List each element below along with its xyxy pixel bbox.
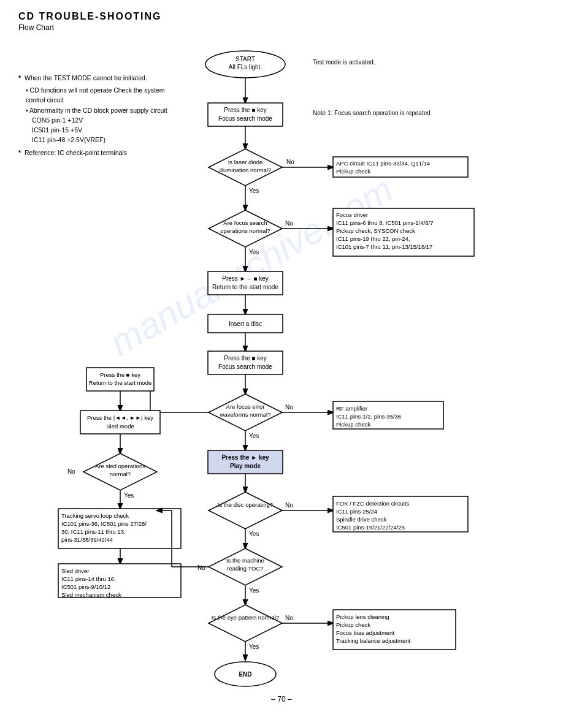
toc-t1: Is the machine	[226, 557, 264, 564]
toc-yes-label: Yes	[249, 587, 259, 594]
pickup-t4: Tracking balance adjustment	[336, 637, 410, 644]
pickup-t3: Focus bias adjustment	[336, 629, 394, 636]
start-text2: All FLs light.	[229, 64, 262, 70]
press-return-left-t2: Return to the start mode	[89, 379, 151, 386]
page-subtitle: Flow Chart	[18, 23, 162, 32]
sled-driver-t4: Sled mechanism check	[61, 591, 121, 598]
laser-text1: Is laser diode	[228, 159, 263, 165]
rf-amp-t1: RF amplifier	[336, 405, 367, 412]
disc-op-diamond	[209, 492, 282, 529]
press-focus-text1: Press the ■ key	[224, 107, 266, 113]
toc-no-label: No	[197, 564, 205, 571]
test-mode-text: Test mode is activated.	[313, 59, 375, 66]
press-return-t2: Return to the start mode	[212, 284, 278, 290]
laser-no-label: No	[286, 159, 294, 165]
page-title: CD TROUBLE-SHOOTING	[18, 11, 162, 22]
pickup-t2: Pickup check	[336, 621, 370, 628]
focussearch-yes-label: Yes	[249, 249, 259, 256]
focussearch-no-label: No	[285, 220, 293, 227]
tracking-t2: IC101 pins-36, IC501 pins 27/28/	[61, 520, 147, 527]
fok-t1: FOK / FZC detection circuits	[336, 500, 410, 507]
toc-t2: reading TOC?	[227, 565, 263, 572]
focuserr-yes-label: Yes	[249, 433, 259, 439]
press-play-t2: Play mode	[230, 463, 261, 469]
focus-driver-t2: IC11 pins-6 thru 8, IC501 pins-1/4/6/7	[336, 219, 433, 226]
disc-op-t1: Is the disc operating?	[218, 501, 273, 508]
rf-amp-t2: IC11 pins-1/2, pins-35/36	[336, 413, 401, 420]
focus-search-text1: Are focus search	[223, 219, 267, 226]
laser-text2: illumination normal?	[220, 167, 271, 173]
focus-search-text2: operations normal?	[220, 227, 270, 234]
focuserr-no-label: No	[285, 404, 293, 411]
title-area: CD TROUBLE-SHOOTING Flow Chart	[18, 11, 162, 32]
focus-driver-t1: Focus driver	[336, 211, 368, 218]
eye-yes-label: Yes	[249, 643, 259, 650]
insert-disc-text: Insert a disc	[229, 320, 262, 327]
tracking-t3: 30, IC11 pins-11 thru 13,	[61, 528, 126, 535]
apc-text1: APC circuit IC11 pins-33/34, Q11/14	[336, 160, 430, 167]
fok-t2: IC11 pins-25/24	[336, 508, 377, 515]
sled-driver-t1: Sled driver	[61, 567, 89, 574]
press-focus2-t1: Press the ■ key	[224, 355, 266, 362]
eye-t1: Is the eye pattern normal?	[212, 614, 279, 621]
press-focus2-t2: Focus search mode	[218, 363, 272, 370]
sled-driver-t3: IC501 pins-9/10/12	[61, 583, 110, 590]
eye-diamond	[209, 605, 282, 642]
discop-yes-label: Yes	[249, 531, 259, 537]
note1-text: Note 1: Focus search operation is repeat…	[313, 110, 431, 116]
sled-driver-t2: IC11 pins-14 thru 16,	[61, 575, 116, 582]
press-sled-t1: Press the |◄◄, ►►| key	[87, 414, 153, 421]
press-sled-t2: Sled mode	[106, 423, 134, 430]
tracking-t4: pins-31/38/39/42/44	[61, 536, 113, 543]
fok-t3: Spindle drive check	[336, 516, 387, 523]
press-play-t1: Press the ► key	[221, 454, 269, 461]
sled-ops-t1: Are sled operations	[95, 463, 145, 469]
focus-driver-t5: IC101 pins-7 thru 11, pin-13/15/16/17	[336, 243, 432, 250]
laser-yes-label: Yes	[249, 188, 259, 194]
press-focus-text2: Focus search mode	[218, 115, 272, 122]
pickup-t1: Pickup lens cleaning	[336, 613, 389, 620]
focus-driver-t3: Pickup check, SYSCON check	[336, 227, 415, 234]
eye-no-label: No	[285, 615, 293, 621]
sled-ops-t2: normal?	[110, 471, 131, 477]
flowchart: START All FLs light. Test mode is activa…	[0, 37, 563, 711]
rf-amp-t3: Pickup check	[336, 421, 370, 428]
start-text: START	[236, 56, 255, 63]
end-text: END	[239, 671, 251, 678]
discop-no-label: No	[285, 502, 293, 509]
press-return-t1: Press ►→ ■ key	[222, 275, 268, 282]
apc-text2: Pickup check	[336, 168, 370, 175]
fok-t4: IC501 pins-19/21/22/24/25	[336, 524, 405, 531]
focus-error-t2: waveforms normal?	[220, 411, 271, 418]
sled-yes-label: Yes	[124, 492, 134, 499]
page-number-text: – 70 –	[271, 695, 292, 703]
sled-no-label: No	[67, 468, 75, 475]
page: CD TROUBLE-SHOOTING Flow Chart * When th…	[0, 0, 563, 728]
press-return-left-t1: Press the ■ key	[100, 371, 140, 378]
focus-error-t1: Are focus error	[226, 403, 265, 410]
tracking-t1: Tracking servo loop check	[61, 512, 129, 519]
focus-driver-t4: IC11 pins-19 thru 22, pin-24,	[336, 235, 410, 242]
